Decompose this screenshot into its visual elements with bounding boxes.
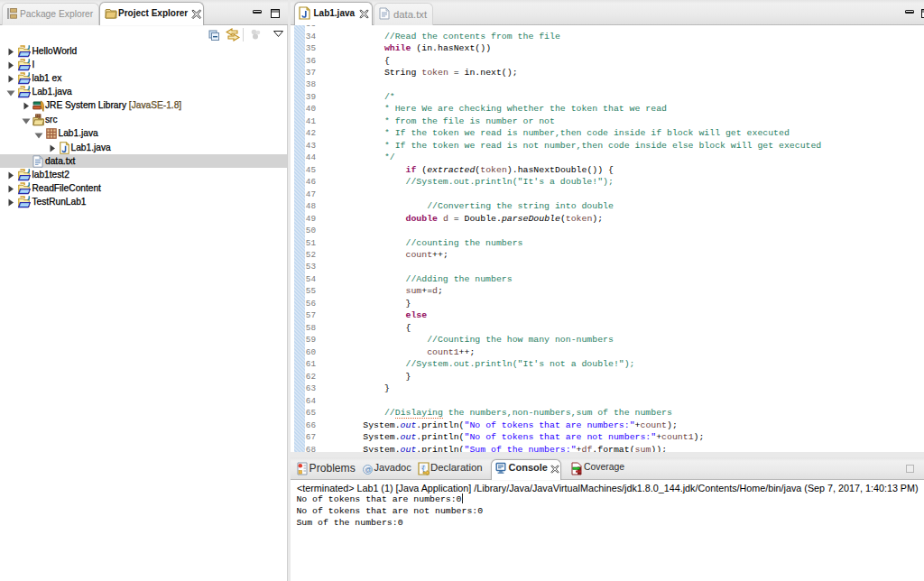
svg-text:{: {: [421, 465, 425, 472]
svg-text:@: @: [365, 466, 372, 474]
